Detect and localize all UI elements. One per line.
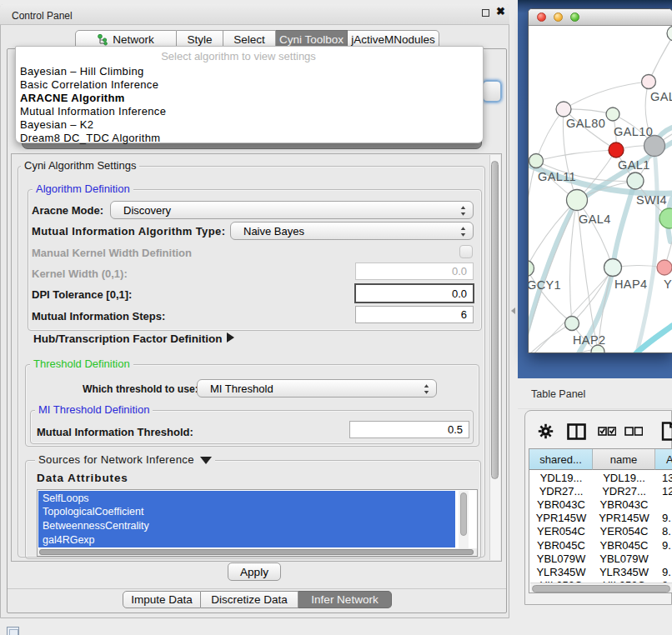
mi-steps-field[interactable]: 6	[355, 306, 474, 323]
table-horizontal-scrollbar[interactable]	[530, 582, 672, 593]
tab-infer-network[interactable]: Infer Network	[298, 591, 392, 608]
kernel-width-field[interactable]: 0.0	[355, 262, 474, 280]
cell-shared-name-row7[interactable]: YBL079W	[529, 552, 593, 565]
mi-type-combobox[interactable]: Naive Bayes	[230, 222, 474, 240]
cell-a-row1[interactable]: 13	[662, 472, 672, 484]
network-node-GAL1[interactable]	[609, 142, 624, 158]
cell-shared-name-row4[interactable]: YPR145W	[529, 512, 593, 524]
cell-a-row6[interactable]: 9.	[662, 539, 672, 552]
network-node-GAL4[interactable]	[567, 190, 588, 211]
algorithm-option-2[interactable]: Basic Correlation Inference	[20, 78, 158, 91]
network-edge-extra-1[interactable]	[529, 323, 572, 352]
tab-impute-data[interactable]: Impute Data	[123, 591, 201, 608]
cell-name-row1[interactable]: YDL19...	[593, 472, 655, 484]
attribute-item-SelfLoops[interactable]: SelfLoops	[38, 491, 455, 505]
expand-arrow-icon[interactable]	[227, 332, 234, 342]
network-edge-GAL80-GAL2[interactable]	[564, 82, 649, 109]
splitpane-collapse-icon[interactable]	[511, 308, 515, 314]
network-node-HAP2[interactable]	[565, 317, 579, 331]
which-threshold-combobox[interactable]: MI Threshold	[197, 379, 437, 398]
data-attributes-list[interactable]: SelfLoopsTopologicalCoefficientBetweenne…	[37, 489, 478, 557]
dpi-tolerance-field[interactable]: 0.0	[354, 283, 474, 303]
network-node-GCY1[interactable]	[529, 261, 534, 277]
cell-a-row2[interactable]: 12	[662, 485, 672, 498]
network-node-GAL2[interactable]	[642, 75, 656, 89]
algorithm-option-5[interactable]: Bayesian – K2	[20, 118, 93, 131]
close-icon[interactable]: ✖	[496, 5, 505, 18]
network-node-SWI4[interactable]	[627, 172, 644, 189]
mi-threshold-label: Mutual Information Threshold:	[37, 426, 193, 438]
zoom-traffic-light-icon[interactable]	[570, 12, 579, 22]
network-edge-GAL80-GAL11[interactable]	[536, 109, 564, 161]
cell-name-row2[interactable]: YDR27...	[593, 485, 655, 498]
network-node-Y-node[interactable]	[657, 260, 672, 275]
cell-name-row4[interactable]: YPR145W	[593, 512, 655, 524]
hub-definition-label[interactable]: Hub/Transcription Factor Definition	[33, 332, 223, 345]
table-horizontal-scrollbar-thumb[interactable]	[532, 585, 670, 592]
attribute-item-TopologicalCoefficient[interactable]: TopologicalCoefficient	[38, 505, 455, 519]
cell-shared-name-row6[interactable]: YBR045C	[529, 539, 593, 552]
algorithm-option-1[interactable]: Bayesian – Hill Climbing	[20, 65, 144, 78]
network-edge-GAL1-GAL11[interactable]	[536, 150, 616, 161]
attribute-item-BetweennessCentrality[interactable]: BetweennessCentrality	[38, 519, 455, 533]
cell-name-row5[interactable]: YER054C	[593, 525, 655, 538]
network-node-gray-node[interactable]	[644, 136, 665, 157]
mi-type-value: Naive Bayes	[243, 225, 304, 238]
dock-panel-icon[interactable]	[7, 627, 19, 635]
sources-group-title[interactable]: Sources for Network Inference	[35, 454, 215, 465]
tab-discretize-data[interactable]: Discretize Data	[201, 591, 298, 608]
cell-a-row8[interactable]: 9.	[662, 566, 672, 578]
network-edge-GAL2-edge-node[interactable]	[649, 33, 672, 82]
cell-a-row4[interactable]: 9.	[662, 512, 672, 524]
gear-icon[interactable]	[538, 423, 554, 439]
network-node-label-HAP2: HAP2	[573, 333, 605, 347]
network-window-titlebar[interactable]	[529, 9, 672, 26]
cell-shared-name-row1[interactable]: YDL19...	[529, 472, 593, 484]
close-traffic-light-icon[interactable]	[537, 12, 546, 22]
network-edge-GAL4-HAP4[interactable]	[577, 200, 613, 268]
cell-name-row8[interactable]: YLR345W	[593, 566, 655, 578]
cell-name-row3[interactable]: YBR043C	[593, 498, 655, 511]
aracne-mode-combobox[interactable]: Discovery	[110, 201, 474, 219]
document-icon[interactable]	[661, 422, 672, 441]
algorithm-option-6[interactable]: Dream8 DC_TDC Algorithm	[20, 132, 160, 144]
cell-a-row5[interactable]: 8.	[662, 525, 672, 538]
cell-shared-name-row3[interactable]: YBR043C	[529, 498, 593, 511]
node-table[interactable]: shared...nameA YDL19...YDL19...13YDR27..…	[529, 448, 672, 593]
algorithm-option-3[interactable]: ARACNE Algorithm	[20, 92, 125, 104]
checked-boxes-icon[interactable]	[598, 427, 616, 436]
network-node-GAL11[interactable]	[529, 154, 544, 168]
minimize-traffic-light-icon[interactable]	[554, 12, 563, 22]
columns-icon[interactable]	[567, 423, 586, 440]
list-horizontal-scrollbar-thumb[interactable]	[39, 549, 474, 555]
column-header-1[interactable]: shared...	[529, 449, 593, 470]
float-window-icon[interactable]	[482, 9, 489, 17]
network-node-HAP4[interactable]	[604, 259, 622, 277]
network-node-GAL10[interactable]	[606, 108, 619, 121]
unchecked-boxes-icon[interactable]	[624, 427, 643, 436]
cell-shared-name-row8[interactable]: YLR345W	[529, 566, 593, 578]
network-edge-GAL4-HAP2[interactable]	[570, 200, 577, 323]
column-header-3[interactable]: A	[655, 449, 672, 470]
network-node-label-GAL80: GAL80	[566, 117, 605, 130]
mi-threshold-field[interactable]: 0.5	[349, 421, 469, 438]
attribute-item-gal4RGexp[interactable]: gal4RGexp	[38, 533, 455, 548]
settings-vertical-scrollbar-thumb[interactable]	[491, 161, 499, 479]
manual-kernel-checkbox[interactable]	[459, 245, 473, 258]
list-vertical-scrollbar-thumb[interactable]	[460, 492, 467, 536]
cell-shared-name-row5[interactable]: YER054C	[529, 525, 593, 538]
network-canvas[interactable]: GAL2GAL80GAL10GAL1GAL11SWI4GAL4GCY1HAP4Y…	[529, 26, 672, 352]
control-panel-titlebar[interactable]	[0, 4, 509, 25]
network-node-GAL80[interactable]	[556, 102, 571, 117]
apply-button[interactable]: Apply	[228, 562, 281, 581]
column-header-2[interactable]: name	[593, 449, 655, 470]
algorithm-option-4[interactable]: Mutual Information Inference	[20, 105, 166, 118]
list-vertical-scrollbar[interactable]	[459, 491, 469, 548]
focused-combobox-edge[interactable]	[482, 80, 502, 102]
list-horizontal-scrollbar[interactable]	[38, 548, 477, 556]
cell-shared-name-row2[interactable]: YDR27...	[529, 485, 593, 498]
collapse-arrow-icon	[200, 457, 212, 464]
cell-name-row7[interactable]: YBL079W	[593, 552, 655, 565]
network-node-edge-node[interactable]	[667, 26, 672, 41]
cell-name-row6[interactable]: YBR045C	[593, 539, 655, 552]
